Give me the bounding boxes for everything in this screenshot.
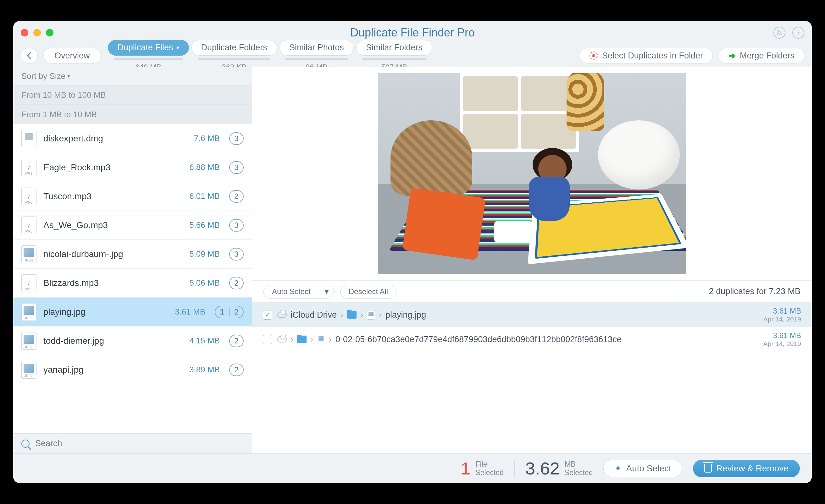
tab-usage-bar (114, 58, 183, 60)
image-file-icon (317, 335, 325, 344)
file-name: yanapi.jpg (44, 365, 182, 375)
file-row[interactable]: JPEGyanapi.jpg3.89 MB2 (13, 355, 252, 384)
cloud-icon (277, 312, 287, 318)
file-size: 4.15 MB (189, 336, 220, 346)
stat-label: Selected (475, 469, 504, 477)
auto-select-segmented: Auto Select ▾ (264, 285, 334, 299)
review-remove-button[interactable]: Review & Remove (693, 460, 800, 477)
merge-icon: ➜ (728, 51, 735, 61)
chevron-down-icon: ▾ (176, 44, 179, 51)
file-name: todd-diemer.jpg (44, 336, 182, 346)
stat-label: MB (565, 460, 593, 468)
duplicate-count-badge: 2 (229, 335, 244, 347)
file-size: 6.01 MB (189, 191, 220, 201)
file-name: nicolai-durbaum-.jpg (44, 249, 182, 259)
file-row[interactable]: MP3As_We_Go.mp35.66 MB3 (13, 211, 252, 240)
duplicate-path: iCloud Drive›››playing.jpg (277, 310, 758, 320)
chevron-down-icon: ▾ (67, 73, 70, 80)
search-input[interactable] (35, 439, 244, 448)
file-size: 5.66 MB (189, 220, 220, 230)
dmg-file-icon (21, 130, 36, 147)
duplicates-toolbar: Auto Select ▾ Deselect All 2 duplicates … (252, 280, 812, 303)
duplicate-count-badge: 3 (229, 132, 244, 145)
auto-select-dropdown[interactable]: ▾ (319, 285, 334, 299)
stat-number: 3.62 (525, 458, 559, 479)
file-row[interactable]: MP3Eagle_Rock.mp36.88 MB3 (13, 153, 252, 182)
file-row[interactable]: JPEGtodd-diemer.jpg4.15 MB2 (13, 327, 252, 355)
image-file-icon (367, 310, 375, 320)
auto-select-button[interactable]: Auto Select (264, 285, 319, 299)
path-segment: playing.jpg (385, 310, 426, 320)
sparkle-icon: ✦ (614, 463, 621, 474)
duplicate-count-badge: 3 (229, 219, 244, 232)
img-file-icon: JPEG (21, 332, 36, 350)
file-row[interactable]: diskexpert.dmg7.6 MB3 (13, 124, 252, 153)
path-segment: 0-02-05-6b70ca3e0e7d779e4df6879903de6dbb… (335, 335, 621, 344)
duplicate-path: ›››0-02-05-6b70ca3e0e7d779e4df6879903de6… (277, 335, 758, 344)
size-section-header: From 10 MB to 100 MB (13, 85, 252, 105)
preview-image (378, 73, 686, 274)
overview-button[interactable]: Overview (44, 48, 101, 64)
img-file-icon: JPEG (21, 303, 36, 321)
chevron-right-icon: › (291, 335, 293, 344)
image-preview (252, 67, 812, 280)
duplicate-count-badge: 3 (229, 248, 244, 260)
duplicate-meta: 3.61 MBApr 14, 2019 (763, 331, 801, 347)
duplicate-count-badge: 2 (229, 190, 244, 203)
files-selected-stat: 1 File Selected (461, 458, 504, 479)
button-label: Merge Folders (740, 51, 795, 61)
search-row (13, 433, 252, 453)
file-size: 7.6 MB (194, 134, 220, 143)
main-toolbar: Overview Duplicate Files▾ 649 MB Duplica… (13, 44, 812, 67)
select-duplicates-in-folder-button[interactable]: Select Duplicates in Folder (580, 48, 713, 64)
file-row[interactable]: MP3Blizzards.mp35.06 MB2 (13, 269, 252, 298)
chevron-right-icon: › (360, 310, 363, 320)
size-section-header: From 1 MB to 10 MB (13, 105, 252, 124)
app-window: Duplicate File Finder Pro i Overview Dup… (13, 21, 812, 483)
file-size: 6.88 MB (189, 162, 220, 172)
chevron-right-icon: › (379, 310, 382, 320)
file-name: Tuscon.mp3 (44, 191, 182, 201)
button-label: Select Duplicates in Folder (602, 51, 703, 61)
mp3-file-icon: MP3 (21, 217, 36, 234)
cloud-icon (277, 336, 287, 342)
back-button[interactable] (21, 48, 38, 64)
duplicate-row[interactable]: ✓›››0-02-05-6b70ca3e0e7d779e4df6879903de… (252, 327, 812, 352)
folder-icon (297, 336, 307, 343)
file-name: As_We_Go.mp3 (44, 220, 182, 230)
mp3-file-icon: MP3 (21, 188, 36, 205)
tab-usage-bar (285, 58, 348, 60)
file-list[interactable]: diskexpert.dmg7.6 MB3MP3Eagle_Rock.mp36.… (13, 124, 252, 433)
mp3-file-icon: MP3 (21, 159, 36, 176)
app-title: Duplicate File Finder Pro (13, 26, 812, 39)
main-content: Sort by Size ▾ From 10 MB to 100 MB From… (13, 67, 812, 453)
file-row[interactable]: JPEGplaying.jpg3.61 MB12 (13, 298, 252, 327)
button-label: Auto Select (626, 464, 671, 474)
titlebar: Duplicate File Finder Pro i (13, 21, 812, 44)
sort-selector[interactable]: Sort by Size ▾ (13, 67, 252, 85)
row-checkbox[interactable]: ✓ (263, 335, 272, 344)
file-row[interactable]: JPEGnicolai-durbaum-.jpg5.09 MB3 (13, 240, 252, 269)
duplicate-row[interactable]: ✓iCloud Drive›››playing.jpg3.61 MBApr 14… (252, 303, 812, 327)
file-name: Blizzards.mp3 (44, 278, 182, 288)
deselect-all-button[interactable]: Deselect All (340, 285, 396, 299)
footer-auto-select-button[interactable]: ✦ Auto Select (603, 460, 682, 477)
row-checkbox[interactable]: ✓ (263, 310, 272, 320)
folder-icon (347, 311, 357, 319)
duplicate-meta: 3.61 MBApr 14, 2019 (763, 307, 801, 323)
merge-folders-button[interactable]: ➜ Merge Folders (719, 48, 804, 64)
stat-label: File (475, 460, 504, 468)
button-label: Review & Remove (716, 464, 789, 474)
chevron-right-icon: › (329, 335, 332, 344)
stat-label: Selected (565, 469, 593, 477)
sort-label: Sort by Size (21, 71, 65, 81)
file-row[interactable]: MP3Tuscon.mp36.01 MB2 (13, 182, 252, 211)
file-name: playing.jpg (44, 307, 168, 317)
detail-pane: Auto Select ▾ Deselect All 2 duplicates … (252, 67, 812, 453)
target-icon (590, 52, 598, 60)
stat-number: 1 (461, 458, 470, 479)
search-icon (21, 440, 29, 448)
file-name: diskexpert.dmg (44, 134, 187, 144)
path-segment: iCloud Drive (291, 310, 337, 320)
divider (514, 460, 515, 477)
